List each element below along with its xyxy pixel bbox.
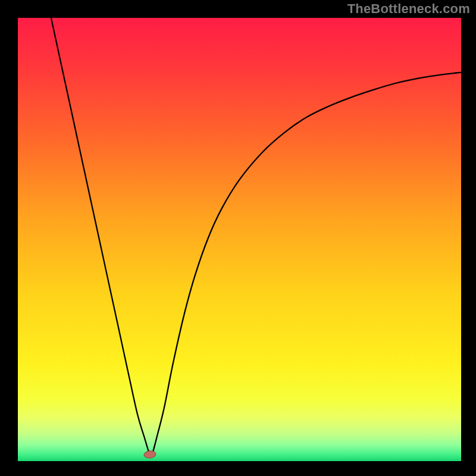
watermark-text: TheBottleneck.com bbox=[347, 1, 470, 17]
chart-frame: TheBottleneck.com bbox=[0, 0, 476, 476]
chart-svg bbox=[18, 18, 461, 461]
plot-area bbox=[18, 18, 461, 461]
gradient-background bbox=[18, 18, 461, 461]
